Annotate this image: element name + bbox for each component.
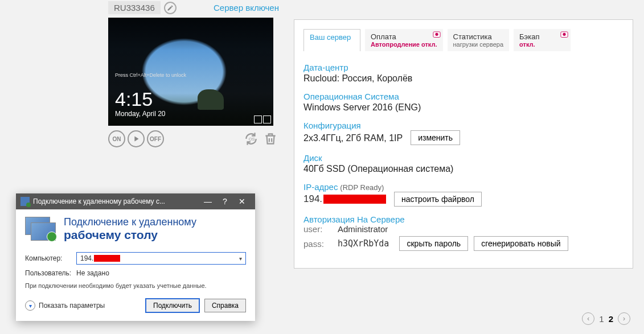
lock-time: 4:15	[115, 89, 166, 109]
redacted-ip	[94, 255, 120, 262]
lock-date: Monday, April 20	[115, 110, 166, 118]
datacenter-value: Rucloud: Россия, Королёв	[303, 73, 624, 84]
tab-sublabel: откл.	[519, 41, 565, 48]
power-off-button[interactable]: OFF	[147, 130, 164, 147]
change-config-button[interactable]: изменить	[411, 130, 460, 145]
edit-server-button[interactable]	[164, 2, 177, 14]
os-value: Windows Server 2016 (ENG)	[303, 102, 624, 113]
tab-statistics[interactable]: Статистика нагрузки сервера	[448, 29, 510, 51]
hide-password-button[interactable]: скрыть пароль	[399, 236, 468, 251]
auth-pass-value: h3QXrRbYda	[338, 238, 389, 249]
reinstall-os-button[interactable]: OS	[243, 130, 260, 147]
server-info-panel: Ваш сервер Оплата Автопродление откл. Ст…	[294, 19, 633, 269]
ip-label: IP-адрес	[303, 182, 338, 192]
computer-combobox[interactable]: 194. ▾	[76, 252, 246, 265]
auth-pass-key: pass:	[303, 239, 332, 249]
redacted-ip	[323, 195, 386, 204]
tab-label: Статистика	[453, 32, 504, 41]
close-button[interactable]: ✕	[233, 197, 251, 206]
pagination: ‹ 1 2 ›	[582, 312, 630, 325]
page-prev-button[interactable]: ‹	[582, 312, 594, 325]
auth-user-value: Administrator	[338, 224, 624, 234]
power-on-button[interactable]: ON	[108, 130, 125, 147]
refresh-icon: OS	[244, 131, 259, 146]
lock-hint: Press Ctrl+Alt+Delete to unlock	[115, 72, 186, 78]
server-status: Сервер включен	[214, 3, 279, 13]
rdp-dialog: Подключение к удаленному рабочему с... —…	[16, 193, 255, 321]
auth-user-key: user:	[303, 224, 332, 234]
svg-point-4	[563, 33, 565, 36]
generate-password-button[interactable]: сгенерировать новый	[474, 236, 568, 251]
config-label: Конфигурация	[303, 121, 624, 130]
play-button[interactable]	[128, 130, 145, 147]
tab-backup[interactable]: Бэкап откл.	[514, 29, 571, 51]
computer-label: Компьютер:	[25, 254, 76, 262]
firewall-button[interactable]: настроить файрвол	[394, 192, 482, 207]
disk-value: 40Гб SSD (Операционная система)	[303, 164, 624, 174]
auth-label: Авторизация На Сервере	[303, 215, 624, 224]
play-icon	[132, 135, 140, 143]
os-label: Операционная Система	[303, 92, 624, 101]
computer-value: 194.	[80, 254, 93, 262]
ip-value: 194.	[303, 193, 322, 205]
pencil-icon	[167, 5, 174, 11]
user-label: Пользователь:	[25, 269, 76, 277]
tab-sublabel: Автопродление откл.	[371, 41, 437, 48]
page-next-button[interactable]: ›	[618, 312, 630, 325]
minimize-button[interactable]: —	[199, 197, 216, 206]
tab-label: Бэкап	[519, 32, 565, 41]
rdp-app-icon	[20, 197, 30, 206]
show-options-label: Показать параметры	[39, 302, 105, 310]
delete-server-button[interactable]	[262, 130, 279, 147]
tab-your-server[interactable]: Ваш сервер	[303, 29, 360, 51]
svg-text:OS: OS	[249, 137, 255, 142]
config-value: 2x3.4ГГц, 2Гб RAM, 1IP	[303, 133, 403, 143]
rdp-title-line1: Подключение к удаленному	[64, 216, 196, 228]
svg-point-2	[435, 33, 438, 36]
alert-icon	[433, 31, 441, 39]
tab-label: Оплата	[371, 32, 437, 41]
page-2[interactable]: 2	[609, 314, 613, 324]
tab-sublabel: нагрузки сервера	[453, 41, 504, 48]
server-id: RU333436	[108, 1, 161, 14]
desktop-thumbnail[interactable]: Press Ctrl+Alt+Delete to unlock 4:15 Mon…	[108, 18, 273, 126]
tab-label: Ваш сервер	[310, 33, 351, 42]
rdp-help-button[interactable]: Справка	[204, 299, 246, 312]
connect-button[interactable]: Подключить	[145, 298, 200, 313]
thumbnail-os-controls	[254, 116, 271, 123]
user-value: Не задано	[76, 269, 109, 277]
disk-label: Диск	[303, 153, 624, 163]
rdp-window-title: Подключение к удаленному рабочему с...	[33, 197, 165, 205]
ip-sublabel: (RDP Ready)	[340, 183, 384, 192]
rdp-title-line2: рабочему столу	[64, 228, 196, 242]
rdp-big-icon	[25, 217, 57, 242]
alert-icon	[560, 31, 568, 39]
chevron-down-icon: ▾	[239, 255, 242, 262]
rdp-note: При подключении необходимо будет указать…	[25, 282, 246, 290]
datacenter-label: Дата-центр	[303, 63, 624, 72]
trash-icon	[263, 131, 278, 146]
page-1[interactable]: 1	[599, 314, 604, 324]
tab-payment[interactable]: Оплата Автопродление откл.	[365, 29, 443, 51]
show-options-button[interactable]: ▾ Показать параметры	[25, 300, 105, 311]
chevron-down-icon: ▾	[25, 300, 35, 311]
help-button[interactable]: ?	[216, 197, 233, 206]
